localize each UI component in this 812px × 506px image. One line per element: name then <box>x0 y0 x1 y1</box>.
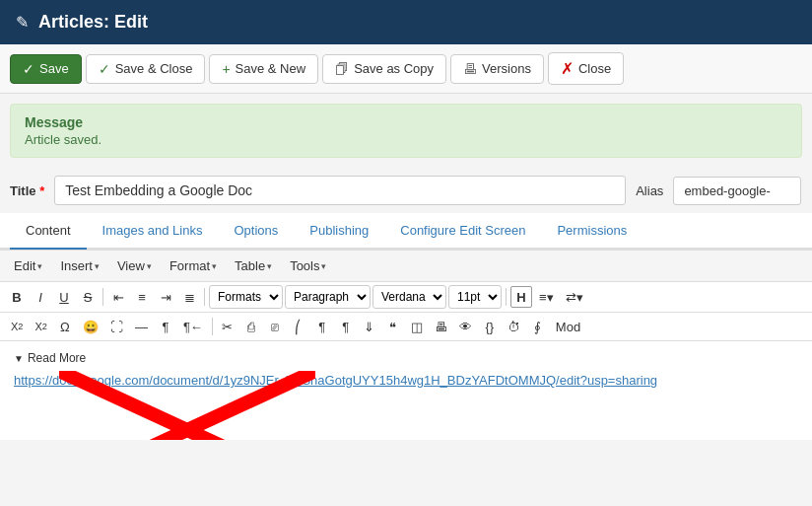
table2-button[interactable]: ◫ <box>406 316 428 337</box>
separator-3 <box>506 288 507 306</box>
paste-text-button[interactable]: ⎛ <box>288 316 309 337</box>
plus-icon: + <box>222 61 230 77</box>
more-button[interactable]: Mod <box>551 316 585 337</box>
tab-publishing[interactable]: Publishing <box>294 213 384 250</box>
pilcrow2-button[interactable]: ¶← <box>178 316 208 337</box>
save-new-label: Save & New <box>236 61 306 76</box>
pilcrow-button[interactable]: ¶ <box>155 316 176 337</box>
menu-edit-label: Edit <box>14 258 35 273</box>
save-icon: ✓ <box>23 61 34 77</box>
bold-button[interactable]: B <box>6 286 28 308</box>
title-input[interactable] <box>54 176 626 205</box>
menu-view-label: View <box>117 258 145 273</box>
alias-label: Alias <box>636 183 663 198</box>
format-caret: ▾ <box>212 261 217 271</box>
copy-button[interactable]: ⎙ <box>240 316 262 337</box>
read-more-bar: ▼ Read More <box>14 351 798 365</box>
download-button[interactable]: ⇓ <box>359 316 380 337</box>
menu-insert-label: Insert <box>60 258 93 273</box>
page-title: Articles: Edit <box>38 12 148 33</box>
menu-insert[interactable]: Insert ▾ <box>52 254 107 277</box>
menu-view[interactable]: View ▾ <box>109 254 160 277</box>
save-new-button[interactable]: + Save & New <box>209 54 318 84</box>
tab-images-links[interactable]: Images and Links <box>87 213 219 250</box>
insert-caret: ▾ <box>95 261 100 271</box>
message-box: Message Article saved. <box>10 104 802 158</box>
copy-icon: 🗍 <box>335 61 349 77</box>
read-more-label: Read More <box>28 351 86 365</box>
paste-button[interactable]: ⎚ <box>264 316 286 337</box>
save-button[interactable]: ✓ Save <box>10 54 82 84</box>
align-justify-button[interactable]: ≣ <box>178 286 200 308</box>
versions-button[interactable]: 🖶 Versions <box>450 54 544 84</box>
pilcrow4-button[interactable]: ¶ <box>335 316 357 337</box>
list-indent-btn[interactable]: ⇄▾ <box>561 286 588 308</box>
align-center-button[interactable]: ≡ <box>131 286 153 308</box>
superscript-button[interactable]: X2 <box>30 316 51 337</box>
editor-btn-row-1: B I U S ⇤ ≡ ⇥ ≣ Formats Paragraph Verdan… <box>0 282 812 313</box>
menu-format-label: Format <box>169 258 210 273</box>
versions-label: Versions <box>482 61 531 76</box>
emoji-button[interactable]: 😀 <box>78 316 103 337</box>
save-copy-button[interactable]: 🗍 Save as Copy <box>322 54 446 84</box>
table-caret: ▾ <box>267 261 272 271</box>
editor-btn-row-2: X2 X2 Ω 😀 ⛶ — ¶ ¶← ✂ ⎙ ⎚ ⎛ ¶ ¶ ⇓ ❝ ◫ 🖶 👁… <box>0 313 812 341</box>
eraser-button[interactable]: ∮ <box>527 316 549 337</box>
strikethrough-button[interactable]: S <box>77 286 99 308</box>
menu-tools-label: Tools <box>290 258 319 273</box>
image-button[interactable]: ⛶ <box>105 316 128 337</box>
align-right-button[interactable]: ⇥ <box>155 286 176 308</box>
tools-caret: ▾ <box>321 261 326 271</box>
view-caret: ▾ <box>147 261 152 271</box>
italic-button[interactable]: I <box>30 286 51 308</box>
content-tabs: Content Images and Links Options Publish… <box>0 213 812 250</box>
editor-area[interactable]: ▼ Read More https://docs.google.com/docu… <box>0 341 812 440</box>
versions-icon: 🖶 <box>463 61 477 77</box>
code-button[interactable]: {} <box>479 316 501 337</box>
formats-select[interactable]: Formats <box>209 285 283 309</box>
cut-button[interactable]: ✂ <box>217 316 238 337</box>
edit-caret: ▾ <box>37 261 42 271</box>
hr-button[interactable]: — <box>130 316 153 337</box>
menu-edit[interactable]: Edit ▾ <box>6 254 50 277</box>
editor-link[interactable]: https://docs.google.com/document/d/1yz9N… <box>14 373 798 388</box>
tab-configure-edit-screen[interactable]: Configure Edit Screen <box>384 213 541 250</box>
page-header: ✎ Articles: Edit <box>0 0 812 44</box>
clock-button[interactable]: ⏱ <box>503 316 525 337</box>
edit-icon: ✎ <box>16 13 29 32</box>
tab-options[interactable]: Options <box>218 213 294 250</box>
tab-permissions[interactable]: Permissions <box>541 213 643 250</box>
source-btn[interactable]: H <box>510 286 532 308</box>
align-left-button[interactable]: ⇤ <box>107 286 129 308</box>
menu-tools[interactable]: Tools ▾ <box>282 254 334 277</box>
omega-button[interactable]: Ω <box>54 316 76 337</box>
size-select[interactable]: 11pt <box>448 285 502 309</box>
menu-table-label: Table <box>235 258 265 273</box>
menu-table[interactable]: Table ▾ <box>227 254 280 277</box>
check-icon: ✓ <box>99 61 110 77</box>
underline-button[interactable]: U <box>53 286 75 308</box>
subscript-button[interactable]: X2 <box>6 316 28 337</box>
read-more-arrow: ▼ <box>14 353 24 364</box>
tab-content[interactable]: Content <box>10 213 87 250</box>
main-toolbar: ✓ Save ✓ Save & Close + Save & New 🗍 Sav… <box>0 44 812 94</box>
title-field-label: Title * <box>10 183 44 198</box>
menu-format[interactable]: Format ▾ <box>162 254 225 277</box>
save-close-label: Save & Close <box>115 61 193 76</box>
list-btn[interactable]: ≡▾ <box>534 286 559 308</box>
title-row: Title * Alias <box>0 168 812 213</box>
editor-container: Edit ▾ Insert ▾ View ▾ Format ▾ Table ▾ … <box>0 250 812 440</box>
close-button[interactable]: ✗ Close <box>548 52 624 85</box>
save-label: Save <box>39 61 69 76</box>
save-close-button[interactable]: ✓ Save & Close <box>86 54 206 84</box>
pilcrow3-button[interactable]: ¶ <box>311 316 333 337</box>
alias-input[interactable] <box>673 177 801 205</box>
preview-button[interactable]: 👁 <box>454 316 477 337</box>
paragraph-select[interactable]: Paragraph <box>285 285 371 309</box>
separator-2 <box>204 288 205 306</box>
separator-1 <box>102 288 103 306</box>
print-button[interactable]: 🖶 <box>430 316 452 337</box>
google-doc-link[interactable]: https://docs.google.com/document/d/1yz9N… <box>14 373 657 388</box>
font-select[interactable]: Verdana <box>372 285 446 309</box>
quote-button[interactable]: ❝ <box>382 316 404 337</box>
